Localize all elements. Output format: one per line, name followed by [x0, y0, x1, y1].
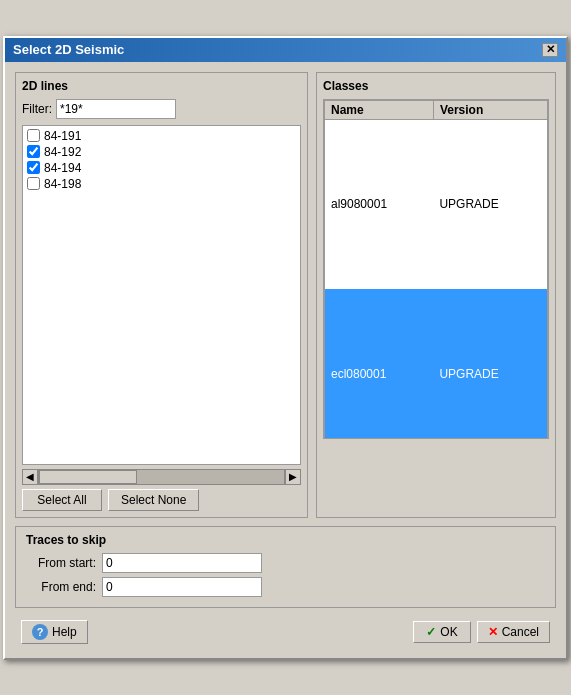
- table-row[interactable]: ecl080001 UPGRADE: [325, 289, 548, 439]
- classes-panel: Classes Name Version al9080001 U: [316, 72, 556, 518]
- close-button[interactable]: ✕: [542, 43, 558, 57]
- ok-cancel-group: ✓ OK ✕ Cancel: [413, 621, 550, 643]
- list-item-label: 84-194: [44, 161, 81, 175]
- top-panels: 2D lines Filter: 84-191 84-192: [15, 72, 556, 518]
- checkbox-84-194[interactable]: [27, 161, 40, 174]
- ok-check-icon: ✓: [426, 625, 436, 639]
- from-start-label: From start:: [26, 556, 96, 570]
- from-end-row: From end:: [26, 577, 545, 597]
- filter-label: Filter:: [22, 102, 52, 116]
- horizontal-scrollbar[interactable]: ◀ ▶: [22, 469, 301, 485]
- list-item[interactable]: 84-194: [25, 160, 298, 176]
- from-start-row: From start:: [26, 553, 545, 573]
- col-name-header: Name: [325, 100, 434, 119]
- col-version-header: Version: [433, 100, 547, 119]
- scroll-left-arrow[interactable]: ◀: [22, 469, 38, 485]
- from-start-input[interactable]: [102, 553, 262, 573]
- scrollbar-track[interactable]: [38, 469, 285, 485]
- class-version: UPGRADE: [433, 119, 547, 289]
- dialog: Select 2D Seismic ✕ 2D lines Filter: 84-…: [3, 36, 568, 660]
- list-item-label: 84-198: [44, 177, 81, 191]
- list-item-label: 84-192: [44, 145, 81, 159]
- ok-label: OK: [440, 625, 457, 639]
- footer: ? Help ✓ OK ✕ Cancel: [15, 616, 556, 648]
- scrollbar-thumb[interactable]: [39, 470, 137, 484]
- filter-input[interactable]: [56, 99, 176, 119]
- checkbox-84-192[interactable]: [27, 145, 40, 158]
- filter-row: Filter:: [22, 99, 301, 119]
- cancel-x-icon: ✕: [488, 625, 498, 639]
- lines-buttons: Select All Select None: [22, 489, 301, 511]
- traces-panel: Traces to skip From start: From end:: [15, 526, 556, 608]
- titlebar: Select 2D Seismic ✕: [5, 38, 566, 62]
- select-all-button[interactable]: Select All: [22, 489, 102, 511]
- classes-wrapper: Name Version al9080001 UPGRADE ecl080001: [323, 99, 549, 439]
- help-icon: ?: [32, 624, 48, 640]
- traces-panel-title: Traces to skip: [26, 533, 545, 547]
- class-version: UPGRADE: [433, 289, 547, 439]
- from-end-label: From end:: [26, 580, 96, 594]
- table-row[interactable]: al9080001 UPGRADE: [325, 119, 548, 289]
- help-label: Help: [52, 625, 77, 639]
- class-name: al9080001: [325, 119, 434, 289]
- list-item[interactable]: 84-192: [25, 144, 298, 160]
- dialog-title: Select 2D Seismic: [13, 42, 124, 57]
- checkbox-84-191[interactable]: [27, 129, 40, 142]
- scroll-right-arrow[interactable]: ▶: [285, 469, 301, 485]
- checkbox-84-198[interactable]: [27, 177, 40, 190]
- help-button[interactable]: ? Help: [21, 620, 88, 644]
- cancel-label: Cancel: [502, 625, 539, 639]
- lines-panel-title: 2D lines: [22, 79, 301, 93]
- classes-panel-title: Classes: [323, 79, 549, 93]
- lines-list[interactable]: 84-191 84-192 84-194 84-198: [22, 125, 301, 465]
- select-none-button[interactable]: Select None: [108, 489, 199, 511]
- class-name: ecl080001: [325, 289, 434, 439]
- dialog-body: 2D lines Filter: 84-191 84-192: [5, 62, 566, 658]
- from-end-input[interactable]: [102, 577, 262, 597]
- cancel-button[interactable]: ✕ Cancel: [477, 621, 550, 643]
- list-item-label: 84-191: [44, 129, 81, 143]
- classes-table: Name Version al9080001 UPGRADE ecl080001: [324, 100, 548, 439]
- ok-button[interactable]: ✓ OK: [413, 621, 470, 643]
- list-item[interactable]: 84-191: [25, 128, 298, 144]
- list-item[interactable]: 84-198: [25, 176, 298, 192]
- lines-panel: 2D lines Filter: 84-191 84-192: [15, 72, 308, 518]
